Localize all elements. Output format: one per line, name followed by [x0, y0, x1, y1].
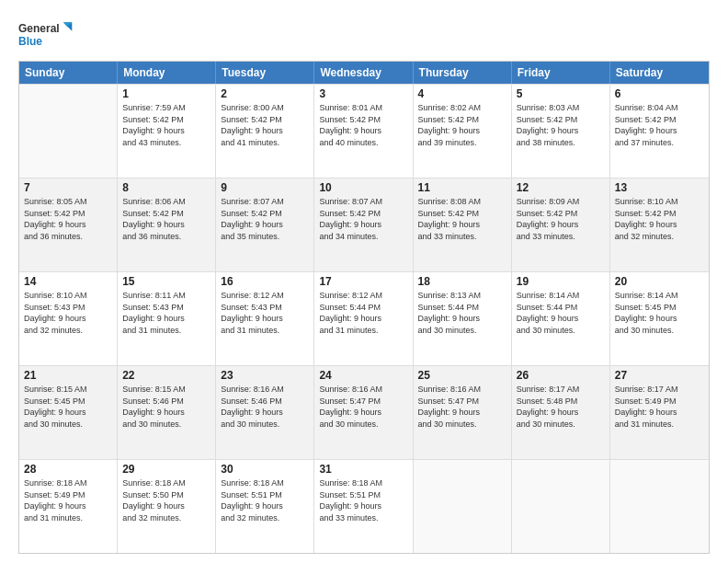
day-info-line: Sunrise: 8:12 AM — [319, 290, 407, 302]
calendar-body: 1Sunrise: 7:59 AMSunset: 5:42 PMDaylight… — [19, 84, 709, 553]
day-cell-14: 14Sunrise: 8:10 AMSunset: 5:43 PMDayligh… — [19, 272, 118, 365]
day-cell-6: 6Sunrise: 8:04 AMSunset: 5:42 PMDaylight… — [610, 85, 709, 178]
day-info-line: Sunrise: 8:10 AM — [24, 290, 112, 302]
day-info-line: Sunrise: 7:59 AM — [122, 102, 210, 114]
day-info-line: Sunset: 5:43 PM — [24, 302, 112, 314]
day-cell-5: 5Sunrise: 8:03 AMSunset: 5:42 PMDaylight… — [512, 85, 610, 178]
day-info-line: Daylight: 9 hours — [517, 125, 605, 137]
day-info-line: Sunset: 5:51 PM — [319, 489, 407, 501]
header-day-wednesday: Wednesday — [314, 62, 413, 84]
day-info-line: Daylight: 9 hours — [615, 219, 704, 231]
day-info-line: Sunrise: 8:00 AM — [221, 102, 309, 114]
day-info-line: Daylight: 9 hours — [122, 313, 210, 325]
empty-cell — [610, 460, 709, 553]
day-info-line: Sunrise: 8:16 AM — [319, 384, 407, 396]
day-info-line: Sunrise: 8:18 AM — [122, 477, 210, 489]
day-info-line: and 34 minutes. — [319, 231, 407, 243]
day-info-line: and 35 minutes. — [221, 231, 309, 243]
day-cell-31: 31Sunrise: 8:18 AMSunset: 5:51 PMDayligh… — [314, 460, 413, 553]
day-info-line: Daylight: 9 hours — [615, 407, 704, 419]
day-info-line: and 40 minutes. — [319, 137, 407, 149]
day-info-line: Sunset: 5:42 PM — [517, 114, 605, 126]
day-info-line: Daylight: 9 hours — [24, 219, 112, 231]
day-info-line: and 33 minutes. — [517, 231, 605, 243]
day-info-line: Daylight: 9 hours — [122, 219, 210, 231]
day-info-line: and 31 minutes. — [319, 325, 407, 337]
day-cell-3: 3Sunrise: 8:01 AMSunset: 5:42 PMDaylight… — [314, 85, 413, 178]
day-info-line: Sunrise: 8:14 AM — [615, 290, 704, 302]
svg-text:Blue: Blue — [18, 35, 42, 48]
day-info-line: Sunset: 5:49 PM — [24, 489, 112, 501]
day-cell-16: 16Sunrise: 8:12 AMSunset: 5:43 PMDayligh… — [216, 272, 314, 365]
day-info-line: Daylight: 9 hours — [221, 313, 309, 325]
day-cell-27: 27Sunrise: 8:17 AMSunset: 5:49 PMDayligh… — [610, 366, 709, 459]
calendar-week-1: 1Sunrise: 7:59 AMSunset: 5:42 PMDaylight… — [19, 84, 709, 178]
day-info-line: Sunset: 5:42 PM — [24, 208, 112, 220]
day-info-line: and 30 minutes. — [319, 419, 407, 431]
day-info-line: Daylight: 9 hours — [122, 500, 210, 512]
day-info-line: Sunset: 5:42 PM — [615, 208, 704, 220]
day-number: 7 — [24, 181, 112, 194]
day-info-line: and 33 minutes. — [319, 512, 407, 524]
day-number: 8 — [122, 181, 210, 194]
day-info-line: Sunrise: 8:15 AM — [122, 384, 210, 396]
day-info-line: Daylight: 9 hours — [418, 407, 506, 419]
day-info-line: and 30 minutes. — [517, 325, 605, 337]
day-info-line: and 43 minutes. — [122, 137, 210, 149]
day-info-line: Daylight: 9 hours — [122, 407, 210, 419]
day-number: 13 — [615, 181, 704, 194]
day-info-line: and 30 minutes. — [24, 419, 112, 431]
day-info-line: Sunset: 5:42 PM — [221, 114, 309, 126]
day-info-line: Sunset: 5:46 PM — [221, 396, 309, 408]
day-number: 24 — [319, 369, 407, 382]
header-day-sunday: Sunday — [19, 62, 118, 84]
day-cell-13: 13Sunrise: 8:10 AMSunset: 5:42 PMDayligh… — [610, 178, 709, 271]
day-info-line: Daylight: 9 hours — [221, 219, 309, 231]
day-info-line: and 33 minutes. — [418, 231, 506, 243]
day-info-line: Sunrise: 8:03 AM — [517, 102, 605, 114]
day-info-line: Sunset: 5:49 PM — [615, 396, 704, 408]
header-day-tuesday: Tuesday — [216, 62, 314, 84]
day-number: 4 — [418, 87, 506, 100]
day-number: 17 — [319, 275, 407, 288]
day-info-line: and 30 minutes. — [418, 325, 506, 337]
day-info-line: Sunrise: 8:18 AM — [319, 477, 407, 489]
day-info-line: Daylight: 9 hours — [221, 500, 309, 512]
day-number: 21 — [24, 369, 112, 382]
day-number: 19 — [517, 275, 605, 288]
day-number: 26 — [517, 369, 605, 382]
day-cell-12: 12Sunrise: 8:09 AMSunset: 5:42 PMDayligh… — [512, 178, 610, 271]
day-cell-26: 26Sunrise: 8:17 AMSunset: 5:48 PMDayligh… — [512, 366, 610, 459]
day-info-line: Daylight: 9 hours — [319, 219, 407, 231]
day-info-line: and 32 minutes. — [221, 512, 309, 524]
day-info-line: Sunset: 5:44 PM — [418, 302, 506, 314]
day-info-line: and 32 minutes. — [615, 231, 704, 243]
day-info-line: and 36 minutes. — [122, 231, 210, 243]
day-info-line: Sunset: 5:45 PM — [24, 396, 112, 408]
day-info-line: Sunrise: 8:07 AM — [221, 196, 309, 208]
day-number: 10 — [319, 181, 407, 194]
day-info-line: Sunrise: 8:16 AM — [418, 384, 506, 396]
day-info-line: and 37 minutes. — [615, 137, 704, 149]
day-info-line: Sunset: 5:48 PM — [517, 396, 605, 408]
day-info-line: and 30 minutes. — [122, 419, 210, 431]
day-cell-4: 4Sunrise: 8:02 AMSunset: 5:42 PMDaylight… — [414, 85, 512, 178]
day-info-line: Sunrise: 8:17 AM — [615, 384, 704, 396]
day-info-line: Sunset: 5:42 PM — [221, 208, 309, 220]
day-cell-29: 29Sunrise: 8:18 AMSunset: 5:50 PMDayligh… — [118, 460, 216, 553]
day-info-line: Daylight: 9 hours — [615, 313, 704, 325]
day-number: 12 — [517, 181, 605, 194]
day-info-line: Sunset: 5:44 PM — [319, 302, 407, 314]
day-info-line: Sunrise: 8:06 AM — [122, 196, 210, 208]
day-number: 5 — [517, 87, 605, 100]
day-info-line: Sunset: 5:45 PM — [615, 302, 704, 314]
day-info-line: Sunset: 5:43 PM — [221, 302, 309, 314]
header-day-thursday: Thursday — [414, 62, 512, 84]
day-info-line: Sunrise: 8:10 AM — [615, 196, 704, 208]
day-info-line: Sunrise: 8:18 AM — [24, 477, 112, 489]
day-cell-11: 11Sunrise: 8:08 AMSunset: 5:42 PMDayligh… — [414, 178, 512, 271]
day-number: 22 — [122, 369, 210, 382]
day-info-line: Daylight: 9 hours — [319, 500, 407, 512]
day-info-line: and 30 minutes. — [517, 419, 605, 431]
day-info-line: Sunset: 5:42 PM — [122, 114, 210, 126]
